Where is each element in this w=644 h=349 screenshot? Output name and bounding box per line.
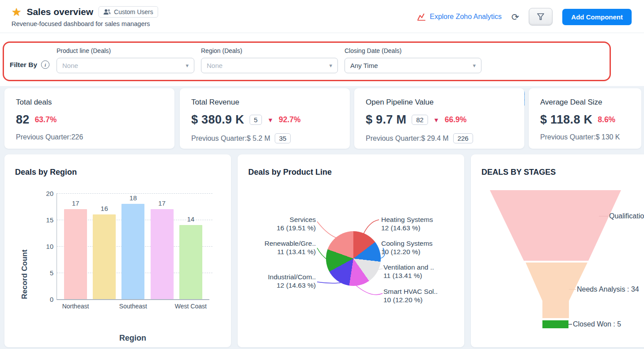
filter-by-label: Filter By i (10, 60, 49, 69)
kpi-value: $ 118.8 K (540, 113, 592, 127)
region-select[interactable]: None ▾ (201, 58, 338, 73)
bar-value-label: 16 (101, 205, 108, 212)
bar-chart-card: Deals by Region Record Count 0510152017N… (4, 154, 231, 347)
analytics-chart-icon (417, 13, 426, 21)
kpi-change: 8.6% (598, 115, 615, 124)
explore-zoho-analytics-link[interactable]: Explore Zoho Analytics (417, 13, 502, 21)
kpi-card-total-deals: Total deals 82 63.7% Previous Quarter:22… (4, 88, 174, 149)
y-tick-label: 10 (38, 243, 53, 250)
chevron-down-icon: ▾ (186, 62, 189, 69)
pie-label-cooling: Cooling Systems 10 (12.20 %) (381, 239, 432, 256)
kpi-previous: Previous Quarter:$ 29.4 M 226 (366, 133, 513, 143)
pie-chart-card: Deals by Product Line Services 16 (19.51… (238, 154, 464, 347)
pie-label-ventilation: Ventilation and .. 11 (13.41 %) (383, 263, 434, 280)
y-axis-title: Record Count (20, 193, 29, 299)
bar-value-label: 18 (129, 194, 137, 202)
x-tick-label: West Coast (175, 303, 207, 310)
kpi-value: $ 9.7 M (366, 113, 406, 127)
x-axis-title: Region (57, 334, 209, 343)
header: ★ Sales overview Custom Users Revenue-fo… (0, 0, 644, 33)
filter-product-line: Product line (Deals) None ▾ (57, 47, 194, 73)
bar-4[interactable] (179, 225, 202, 299)
pie-label-heating: Heating Systems 12 (14.63 %) (381, 215, 433, 233)
down-triangle-icon: ▼ (267, 116, 273, 124)
funnel-label-closed-won: Closed Won : 5 (573, 320, 621, 328)
y-tick-label: 20 (38, 190, 53, 197)
funnel-stage-qualification[interactable] (490, 190, 621, 261)
funnel-label-qualification: Qualification (609, 212, 644, 220)
bar-0[interactable] (64, 209, 87, 299)
funnel-chart-card: DEALS BY STAGES Qualification Needs Anal… (471, 154, 644, 347)
kpi-value: 82 (16, 113, 30, 127)
chevron-down-icon: ▾ (473, 62, 476, 69)
gridline (57, 193, 212, 194)
page-subtitle: Revenue-focused dashboard for sales mana… (11, 20, 158, 27)
kpi-change: 66.9% (445, 115, 467, 124)
record-count-badge: 5 (250, 115, 262, 125)
kpi-value: $ 380.9 K (191, 113, 244, 127)
page-title: Sales overview (27, 7, 93, 17)
down-triangle-icon: ▼ (433, 116, 439, 124)
kpi-change: 63.7% (35, 115, 57, 124)
x-tick-label: Southeast (119, 303, 147, 310)
users-icon (103, 9, 111, 15)
bar-value-label: 17 (72, 199, 80, 207)
bar-value-label: 17 (158, 199, 166, 207)
favorite-star-icon[interactable]: ★ (11, 7, 21, 18)
kpi-previous: Previous Quarter:$ 130 K (540, 133, 630, 141)
refresh-icon[interactable]: ⟳ (511, 12, 519, 22)
bar-2[interactable] (121, 204, 144, 299)
record-count-badge: 82 (412, 115, 428, 125)
kpi-previous: Previous Quarter:226 (16, 133, 163, 141)
pie-chart[interactable] (326, 231, 381, 286)
dashboard-page: ★ Sales overview Custom Users Revenue-fo… (0, 0, 644, 349)
pie-label-smart-hvac: Smart HVAC Sol.. 10 (12.20 %) (383, 287, 438, 304)
filter-closing-date: Closing Date (Deals) Any Time ▾ (345, 47, 481, 73)
filter-bar: Filter By i Product line (Deals) None ▾ … (0, 33, 644, 86)
closing-date-select[interactable]: Any Time ▾ (345, 58, 481, 73)
custom-users-badge[interactable]: Custom Users (98, 6, 158, 18)
kpi-change: 92.7% (279, 115, 301, 124)
filter-toggle-button[interactable] (529, 8, 553, 26)
add-component-button[interactable]: Add Component (562, 9, 632, 25)
pie-label-industrial: Industrial/Com.. 12 (14.63 %) (268, 273, 316, 290)
bar-value-label: 14 (187, 215, 194, 223)
kpi-previous: Previous Quarter:$ 5.2 M 35 (191, 133, 338, 143)
kpi-card-avg-deal-size: Average Deal Size $ 118.8 K 8.6% Previou… (529, 88, 641, 149)
record-count-badge: 35 (275, 133, 291, 143)
chevron-down-icon: ▾ (329, 62, 332, 69)
product-line-select[interactable]: None ▾ (57, 58, 194, 73)
funnel-label-needs-analysis: Needs Analysis : 34 (577, 285, 639, 293)
bar-plot: 0510152017Northeast1618Southeast1714West… (57, 193, 209, 300)
info-icon[interactable]: i (41, 60, 49, 69)
pie-label-services: Services 16 (19.51 %) (277, 215, 316, 233)
pie-label-renewable: Renewable/Gre.. 11 (13.41 %) (265, 239, 316, 256)
x-tick-label: Northeast (62, 303, 89, 310)
chart-title: DEALS BY STAGES (481, 168, 556, 177)
chart-title: Deals by Region (15, 168, 77, 177)
kpi-card-total-revenue: Total Revenue $ 380.9 K 5 ▼ 92.7% Previo… (180, 88, 350, 149)
funnel-stage-closed-won[interactable] (542, 320, 568, 328)
bar-1[interactable] (93, 214, 116, 299)
filter-region: Region (Deals) None ▾ (201, 47, 338, 73)
funnel-chart[interactable] (471, 154, 644, 347)
y-tick-label: 15 (38, 216, 53, 224)
bar-3[interactable] (151, 209, 174, 299)
kpi-card-open-pipeline: Open Pipeline Value $ 9.7 M 82 ▼ 66.9% P… (354, 88, 524, 149)
funnel-icon (537, 13, 545, 21)
y-tick-label: 5 (38, 269, 53, 277)
record-count-badge: 226 (453, 133, 473, 143)
y-tick-label: 0 (38, 296, 53, 303)
